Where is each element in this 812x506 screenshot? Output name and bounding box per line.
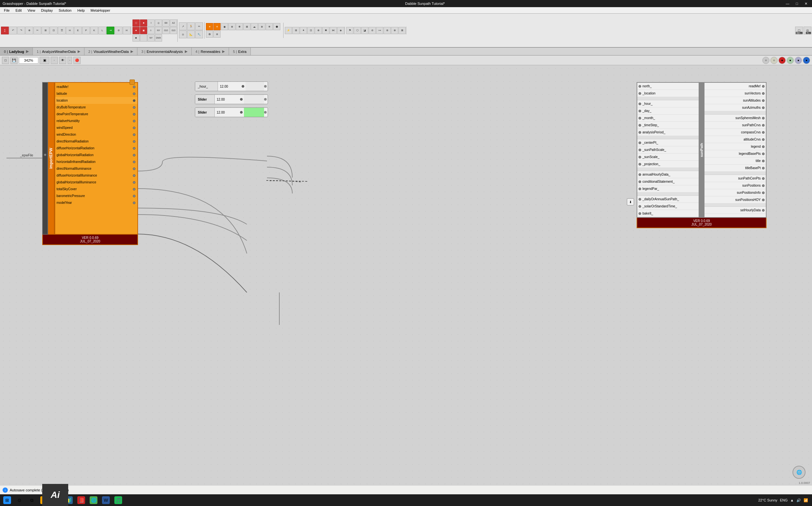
st-btn-2[interactable]: 💾 xyxy=(10,57,17,64)
taskbar-app2[interactable]: 📕 xyxy=(75,495,87,505)
sp-in-conditional[interactable]: conditionalStatement_ xyxy=(637,178,698,185)
taskbar-music[interactable]: 🎵 xyxy=(113,495,124,505)
port-winddirection[interactable] xyxy=(133,134,135,136)
toolbar-icon-8[interactable]: ☰ xyxy=(58,27,66,34)
port-directnormal-ill[interactable] xyxy=(133,167,135,170)
sp-out-legend[interactable]: legend xyxy=(705,143,766,150)
sp-out-sunpathcenpts[interactable]: sunPathCenPts xyxy=(705,175,766,182)
slider-2-track[interactable] xyxy=(244,108,264,117)
tb-right-1[interactable]: ◻ 6|D... xyxy=(795,27,803,34)
st-right-3[interactable]: ● xyxy=(779,57,786,64)
port-altitudecrvs-out[interactable] xyxy=(762,138,764,141)
port-north[interactable] xyxy=(639,85,641,88)
tb-g4-8[interactable]: ⊗ xyxy=(258,23,265,30)
toolbar-icon-6[interactable]: ⊞ xyxy=(42,27,49,34)
sp-in-bakeit[interactable]: bakeIt_ xyxy=(637,210,698,217)
sp-out-titlebasept[interactable]: titleBasePt xyxy=(705,165,766,172)
port-titlebasept-out[interactable] xyxy=(762,167,764,169)
sp-in-legendpar[interactable]: legendPar_ xyxy=(637,185,698,192)
tb-g4-12[interactable]: ⊛ xyxy=(213,30,221,38)
tab-3[interactable]: 3 | EnvironmentalAnalysis ▶ xyxy=(137,48,191,55)
output-globalhoriz[interactable]: globalHorizontalRadiation xyxy=(55,152,137,158)
sp-in-analysis[interactable]: analysisPeriod_ xyxy=(637,129,698,136)
port-latitude[interactable] xyxy=(133,92,135,95)
output-skycover[interactable]: totalSkyCover xyxy=(55,186,137,192)
output-diffusehoriz[interactable]: diffuseHorizontalRadiation xyxy=(55,145,137,152)
sp-in-dailyannual[interactable]: _dailyOrAnnualSunPath_ xyxy=(637,196,698,203)
taskbar-search[interactable]: ⊙ xyxy=(14,495,25,505)
tb-g6-2[interactable]: ⬡ xyxy=(354,27,361,34)
close-btn[interactable]: ✕ xyxy=(803,2,809,6)
taskbar-start[interactable]: ⊞ xyxy=(1,495,13,505)
sp-in-centerpt[interactable]: _centerPt_ xyxy=(637,139,698,146)
start-icon[interactable]: ⊞ xyxy=(3,496,11,504)
port-modelyear[interactable] xyxy=(133,201,135,204)
port-selhourly-out[interactable] xyxy=(762,209,764,212)
tb-g4-5[interactable]: ❋ xyxy=(236,23,243,30)
tab-5[interactable]: 5 | Extra xyxy=(229,48,251,55)
tb-r16[interactable]: DMX xyxy=(155,34,162,41)
toolbar-icon-12[interactable]: K xyxy=(90,27,98,34)
tb-g4-7[interactable]: ☁ xyxy=(251,23,258,30)
tb-g5-1[interactable]: ⚡ xyxy=(285,27,292,34)
st-btn-1[interactable]: □ xyxy=(2,57,9,64)
tb-g3-3[interactable]: ✏ xyxy=(195,22,203,30)
sp-in-sunscale[interactable]: _sunScale_ xyxy=(637,154,698,161)
sp-out-sunazimuths[interactable]: sunAzimuths xyxy=(705,104,766,111)
output-drybulb[interactable]: dryBulbTemperature xyxy=(55,104,137,111)
sp-in-location[interactable]: _location xyxy=(637,90,698,97)
output-windspeed[interactable]: windSpeed xyxy=(55,124,137,131)
output-directnormal[interactable]: directNormalRadiation xyxy=(55,138,137,145)
output-dewpoint[interactable]: dewPointTemperature xyxy=(55,111,137,117)
st-btn-4[interactable]: · xyxy=(51,57,58,64)
sp-out-title[interactable]: title xyxy=(705,157,766,165)
tb-r14[interactable] xyxy=(140,34,147,41)
tb-g4-6[interactable]: ⊠ xyxy=(243,23,250,30)
word-icon[interactable]: W xyxy=(102,496,110,504)
sp-out-sunspheresmesh[interactable]: sunSpheresMesh xyxy=(705,114,766,122)
menu-metahopper[interactable]: MetaHopper xyxy=(88,8,113,13)
port-sunpositions-out[interactable] xyxy=(762,184,764,187)
st-right-2[interactable]: ○ xyxy=(770,57,778,64)
tb-g4-11[interactable]: ✿ xyxy=(206,30,213,38)
port-sunazimuths-out[interactable] xyxy=(762,106,764,109)
tb-r4[interactable]: ◎ xyxy=(155,19,162,27)
port-readme[interactable] xyxy=(133,86,135,88)
taskbar-task-view[interactable]: ⧉ xyxy=(26,495,38,505)
tb-g6-4[interactable]: ⊘ xyxy=(369,27,376,34)
port-drybulb[interactable] xyxy=(133,106,135,109)
sp-out-legendbasepts[interactable]: legendBasePts xyxy=(705,150,766,157)
output-directnormal-ill[interactable]: directNormalIlluminance xyxy=(55,165,137,172)
slider-hour-node[interactable]: _hour_ 12.00 xyxy=(195,81,268,91)
tb-g5-5[interactable]: ⊕ xyxy=(315,27,322,34)
st-btn-7[interactable]: 🔴 xyxy=(73,57,81,64)
port-sunpathscale-in[interactable] xyxy=(639,149,641,151)
tb-r10[interactable]: NY xyxy=(155,27,162,34)
port-sunpathcrvs-out[interactable] xyxy=(762,124,764,126)
tb-r11[interactable]: 010 xyxy=(162,27,169,34)
tb-r5[interactable]: B8 xyxy=(162,19,169,27)
slider-2-node[interactable]: Slider 12.00 xyxy=(195,107,268,117)
st-right-1[interactable]: ○ xyxy=(762,57,769,64)
tb-g6-6[interactable]: ⊛ xyxy=(384,27,391,34)
tb-g5-8[interactable]: ◈ xyxy=(337,27,344,34)
toolbar-icon-11[interactable]: P xyxy=(82,27,90,34)
output-winddirection[interactable]: windDirection xyxy=(55,131,137,138)
tb-g4-4[interactable]: ⊕ xyxy=(228,23,235,30)
sp-out-readme[interactable]: readMe! xyxy=(705,83,766,90)
input-port-epwfile[interactable] xyxy=(44,154,47,156)
port-sunscale-in[interactable] xyxy=(639,156,641,158)
sp-in-hour[interactable]: _hour_ xyxy=(637,100,698,107)
port-directnormal[interactable] xyxy=(133,140,135,143)
tb-g4-3[interactable]: ◉ xyxy=(221,23,228,30)
port-sunaltitudes-out[interactable] xyxy=(762,99,764,102)
minimize-btn[interactable]: — xyxy=(784,2,791,6)
port-title-out[interactable] xyxy=(762,160,764,162)
tb-g5-6[interactable]: ✺ xyxy=(322,27,329,34)
port-sunpositionshoy-out[interactable] xyxy=(762,199,764,201)
port-sunpathcenpts-out[interactable] xyxy=(762,177,764,180)
tb-g6-5[interactable]: ⊶ xyxy=(376,27,383,34)
sp-out-selhourly[interactable]: selHourlyData xyxy=(705,207,766,214)
tab-4[interactable]: 4 | Renewables ▶ xyxy=(192,48,229,55)
tb-g3-5[interactable]: 📐 xyxy=(187,30,195,38)
